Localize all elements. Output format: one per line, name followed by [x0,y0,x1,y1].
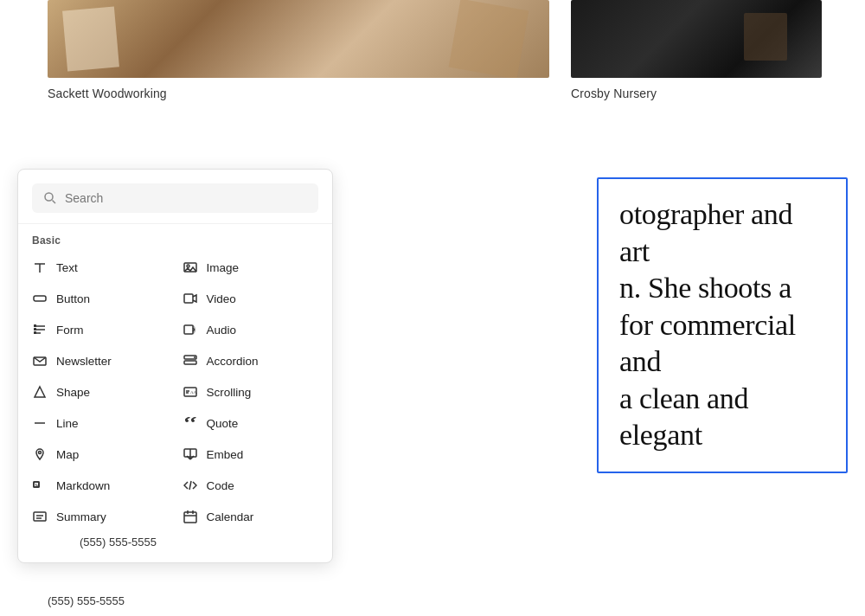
phone-number: (555) 555-5555 [66,529,380,552]
project2-title: Crosby Nursery [571,87,865,100]
video-icon [183,291,198,306]
items-grid: Text Image Button [18,252,332,532]
svg-rect-14 [184,325,193,334]
text-block[interactable]: otographer and artn. She shoots afor com… [597,177,848,473]
text-content-area: otographer and artn. She shoots afor com… [333,169,856,493]
text-icon [32,260,48,275]
accordion-icon [183,353,198,369]
embed-label: Embed [207,448,244,461]
item-text[interactable]: Text [25,252,176,283]
item-audio[interactable]: Audio [176,314,326,345]
map-icon [32,446,48,462]
svg-text:M: M [35,483,40,488]
item-quote[interactable]: Quote [176,407,326,439]
newsletter-label: Newsletter [56,355,112,368]
footer-phone: (555) 555-5555 [48,594,125,607]
line-icon [32,415,48,431]
button-label: Button [56,292,90,305]
search-input[interactable] [65,191,308,205]
svg-rect-17 [184,361,196,364]
svg-point-5 [187,265,189,267]
svg-rect-6 [34,296,46,301]
item-scrolling[interactable]: AAA Scrolling [176,376,326,407]
calendar-label: Calendar [207,510,254,523]
top-section: Sackett Woodworking Crosby Nursery [0,0,865,125]
section-basic-label: Basic [18,224,332,252]
quote-label: Quote [207,417,239,430]
svg-point-0 [45,193,53,201]
search-container [18,183,332,224]
search-icon [42,190,58,206]
quote-icon [183,415,198,431]
markdown-label: Markdown [56,479,110,492]
svg-rect-12 [34,328,36,330]
image-label: Image [207,261,240,274]
text-label: Text [56,261,78,274]
item-video[interactable]: Video [176,283,326,314]
audio-icon [183,322,198,337]
svg-text:AAA: AAA [190,390,197,395]
item-calendar[interactable]: Calendar [176,501,326,532]
image-icon [183,260,198,275]
svg-rect-7 [184,294,193,303]
summary-icon [32,509,48,524]
project-image-right [571,0,822,78]
item-accordion[interactable]: Accordion [176,345,326,376]
item-embed[interactable]: Embed [176,439,326,470]
item-code[interactable]: Code [176,470,326,501]
form-icon [32,322,48,337]
project-left: Sackett Woodworking [0,0,571,125]
item-form[interactable]: Form [25,314,176,345]
item-markdown[interactable]: M Markdown [25,470,176,501]
markdown-icon: M [32,478,48,493]
line-label: Line [56,417,79,430]
svg-marker-19 [35,387,45,397]
item-summary[interactable]: Summary [25,501,176,532]
item-map[interactable]: Map [25,439,176,470]
search-box[interactable] [32,183,318,213]
project-image-left [48,0,549,78]
svg-rect-34 [184,512,196,523]
video-label: Video [207,292,236,305]
summary-label: Summary [56,510,106,523]
scrolling-icon: AAA [183,384,198,400]
form-label: Form [56,324,84,337]
svg-line-30 [189,481,191,490]
item-shape[interactable]: Shape [25,376,176,407]
item-image[interactable]: Image [176,252,326,283]
project1-title: Sackett Woodworking [48,87,571,100]
button-icon [32,291,48,306]
scrolling-label: Scrolling [207,386,252,399]
accordion-label: Accordion [207,355,259,368]
shape-label: Shape [56,386,90,399]
item-line[interactable]: Line [25,407,176,439]
newsletter-icon [32,353,48,369]
item-newsletter[interactable]: Newsletter [25,345,176,376]
calendar-icon [183,509,198,524]
svg-line-1 [53,201,56,204]
svg-point-25 [39,452,42,454]
code-label: Code [207,479,234,492]
code-icon [183,478,198,493]
svg-rect-31 [34,512,46,521]
shape-icon [32,384,48,400]
project-right: Crosby Nursery [571,0,865,125]
item-button[interactable]: Button [25,283,176,314]
block-insertion-panel: Basic Text Image [17,169,333,563]
embed-icon [183,446,198,462]
text-block-content: otographer and artn. She shoots afor com… [619,196,825,454]
svg-rect-13 [34,331,36,334]
audio-label: Audio [207,324,237,337]
map-label: Map [56,448,79,461]
svg-rect-11 [34,324,36,327]
